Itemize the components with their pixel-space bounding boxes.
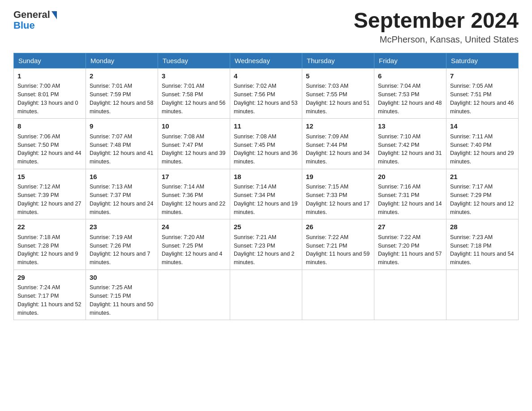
weekday-friday: Friday xyxy=(374,53,446,68)
weekday-sunday: Sunday xyxy=(14,53,86,68)
day-cell: 1Sunrise: 7:00 AMSunset: 8:01 PMDaylight… xyxy=(14,68,86,119)
week-row-1: 1Sunrise: 7:00 AMSunset: 8:01 PMDaylight… xyxy=(14,68,519,119)
day-info: Sunrise: 7:16 AMSunset: 7:31 PMDaylight:… xyxy=(378,183,442,216)
day-cell: 12Sunrise: 7:09 AMSunset: 7:44 PMDayligh… xyxy=(302,119,374,169)
day-info: Sunrise: 7:00 AMSunset: 8:01 PMDaylight:… xyxy=(17,82,82,116)
calendar-table: SundayMondayTuesdayWednesdayThursdayFrid… xyxy=(13,53,519,321)
day-cell: 9Sunrise: 7:07 AMSunset: 7:48 PMDaylight… xyxy=(86,119,158,169)
weekday-monday: Monday xyxy=(86,53,158,68)
day-info: Sunrise: 7:02 AMSunset: 7:56 PMDaylight:… xyxy=(234,82,298,116)
day-number: 25 xyxy=(234,222,298,232)
day-number: 29 xyxy=(17,273,82,283)
day-info: Sunrise: 7:23 AMSunset: 7:18 PMDaylight:… xyxy=(450,233,515,267)
day-info: Sunrise: 7:08 AMSunset: 7:45 PMDaylight:… xyxy=(234,133,298,166)
day-number: 12 xyxy=(306,121,370,132)
day-number: 19 xyxy=(306,172,370,182)
day-cell: 17Sunrise: 7:14 AMSunset: 7:36 PMDayligh… xyxy=(158,169,230,219)
weekday-saturday: Saturday xyxy=(446,53,519,68)
month-title: September 2024 xyxy=(354,9,519,33)
day-number: 7 xyxy=(450,71,515,81)
day-number: 21 xyxy=(450,172,515,182)
day-cell: 15Sunrise: 7:12 AMSunset: 7:39 PMDayligh… xyxy=(14,169,86,219)
logo-general-text: General xyxy=(13,9,50,21)
day-cell xyxy=(230,270,302,320)
day-number: 11 xyxy=(234,121,298,132)
day-cell: 24Sunrise: 7:20 AMSunset: 7:25 PMDayligh… xyxy=(158,219,230,270)
day-info: Sunrise: 7:11 AMSunset: 7:40 PMDaylight:… xyxy=(450,133,515,166)
day-number: 13 xyxy=(378,121,442,132)
day-info: Sunrise: 7:12 AMSunset: 7:39 PMDaylight:… xyxy=(17,183,82,216)
day-cell: 22Sunrise: 7:18 AMSunset: 7:28 PMDayligh… xyxy=(14,219,86,270)
day-cell xyxy=(302,270,374,320)
day-cell: 7Sunrise: 7:05 AMSunset: 7:51 PMDaylight… xyxy=(446,68,519,119)
weekday-wednesday: Wednesday xyxy=(230,53,302,68)
logo: General Blue xyxy=(13,9,57,31)
day-number: 26 xyxy=(306,222,370,232)
day-number: 22 xyxy=(17,222,82,232)
day-cell: 16Sunrise: 7:13 AMSunset: 7:37 PMDayligh… xyxy=(86,169,158,219)
day-info: Sunrise: 7:01 AMSunset: 7:58 PMDaylight:… xyxy=(162,82,226,116)
day-info: Sunrise: 7:22 AMSunset: 7:21 PMDaylight:… xyxy=(306,233,370,267)
day-info: Sunrise: 7:04 AMSunset: 7:53 PMDaylight:… xyxy=(378,82,442,116)
day-cell: 10Sunrise: 7:08 AMSunset: 7:47 PMDayligh… xyxy=(158,119,230,169)
week-row-4: 22Sunrise: 7:18 AMSunset: 7:28 PMDayligh… xyxy=(14,219,519,270)
day-info: Sunrise: 7:14 AMSunset: 7:36 PMDaylight:… xyxy=(162,183,226,216)
day-cell: 29Sunrise: 7:24 AMSunset: 7:17 PMDayligh… xyxy=(14,270,86,320)
day-info: Sunrise: 7:18 AMSunset: 7:28 PMDaylight:… xyxy=(17,233,82,267)
day-number: 8 xyxy=(17,121,82,132)
week-row-5: 29Sunrise: 7:24 AMSunset: 7:17 PMDayligh… xyxy=(14,270,519,320)
day-number: 28 xyxy=(450,222,515,232)
day-cell: 25Sunrise: 7:21 AMSunset: 7:23 PMDayligh… xyxy=(230,219,302,270)
page-header: General Blue September 2024 McPherson, K… xyxy=(13,9,519,45)
day-number: 10 xyxy=(162,121,226,132)
day-cell xyxy=(446,270,519,320)
location-title: McPherson, Kansas, United States xyxy=(354,34,519,45)
title-section: September 2024 McPherson, Kansas, United… xyxy=(354,9,519,45)
day-info: Sunrise: 7:15 AMSunset: 7:33 PMDaylight:… xyxy=(306,183,370,216)
day-cell: 11Sunrise: 7:08 AMSunset: 7:45 PMDayligh… xyxy=(230,119,302,169)
day-info: Sunrise: 7:07 AMSunset: 7:48 PMDaylight:… xyxy=(90,133,154,166)
day-cell: 8Sunrise: 7:06 AMSunset: 7:50 PMDaylight… xyxy=(14,119,86,169)
day-number: 4 xyxy=(234,71,298,81)
day-cell: 5Sunrise: 7:03 AMSunset: 7:55 PMDaylight… xyxy=(302,68,374,119)
day-info: Sunrise: 7:05 AMSunset: 7:51 PMDaylight:… xyxy=(450,82,515,116)
day-cell: 30Sunrise: 7:25 AMSunset: 7:15 PMDayligh… xyxy=(86,270,158,320)
day-number: 27 xyxy=(378,222,442,232)
day-cell: 14Sunrise: 7:11 AMSunset: 7:40 PMDayligh… xyxy=(446,119,519,169)
day-info: Sunrise: 7:13 AMSunset: 7:37 PMDaylight:… xyxy=(90,183,154,216)
weekday-tuesday: Tuesday xyxy=(158,53,230,68)
day-cell: 18Sunrise: 7:14 AMSunset: 7:34 PMDayligh… xyxy=(230,169,302,219)
day-cell xyxy=(374,270,446,320)
day-info: Sunrise: 7:25 AMSunset: 7:15 PMDaylight:… xyxy=(90,283,154,317)
day-number: 14 xyxy=(450,121,515,132)
day-cell: 4Sunrise: 7:02 AMSunset: 7:56 PMDaylight… xyxy=(230,68,302,119)
day-info: Sunrise: 7:08 AMSunset: 7:47 PMDaylight:… xyxy=(162,133,226,166)
day-cell: 19Sunrise: 7:15 AMSunset: 7:33 PMDayligh… xyxy=(302,169,374,219)
day-number: 20 xyxy=(378,172,442,182)
day-info: Sunrise: 7:03 AMSunset: 7:55 PMDaylight:… xyxy=(306,82,370,116)
day-number: 23 xyxy=(90,222,154,232)
day-cell: 28Sunrise: 7:23 AMSunset: 7:18 PMDayligh… xyxy=(446,219,519,270)
logo-blue-text: Blue xyxy=(13,20,35,31)
day-info: Sunrise: 7:06 AMSunset: 7:50 PMDaylight:… xyxy=(17,133,82,166)
day-number: 3 xyxy=(162,71,226,81)
day-cell: 23Sunrise: 7:19 AMSunset: 7:26 PMDayligh… xyxy=(86,219,158,270)
day-cell xyxy=(158,270,230,320)
day-number: 16 xyxy=(90,172,154,182)
day-number: 2 xyxy=(90,71,154,81)
day-info: Sunrise: 7:17 AMSunset: 7:29 PMDaylight:… xyxy=(450,183,515,216)
day-info: Sunrise: 7:21 AMSunset: 7:23 PMDaylight:… xyxy=(234,233,298,267)
week-row-3: 15Sunrise: 7:12 AMSunset: 7:39 PMDayligh… xyxy=(14,169,519,219)
day-number: 6 xyxy=(378,71,442,81)
day-info: Sunrise: 7:01 AMSunset: 7:59 PMDaylight:… xyxy=(90,82,154,116)
weekday-header-row: SundayMondayTuesdayWednesdayThursdayFrid… xyxy=(14,53,519,68)
day-info: Sunrise: 7:09 AMSunset: 7:44 PMDaylight:… xyxy=(306,133,370,166)
day-number: 18 xyxy=(234,172,298,182)
day-cell: 3Sunrise: 7:01 AMSunset: 7:58 PMDaylight… xyxy=(158,68,230,119)
day-number: 1 xyxy=(17,71,82,81)
day-info: Sunrise: 7:19 AMSunset: 7:26 PMDaylight:… xyxy=(90,233,154,267)
day-cell: 21Sunrise: 7:17 AMSunset: 7:29 PMDayligh… xyxy=(446,169,519,219)
day-info: Sunrise: 7:20 AMSunset: 7:25 PMDaylight:… xyxy=(162,233,226,267)
day-number: 5 xyxy=(306,71,370,81)
weekday-thursday: Thursday xyxy=(302,53,374,68)
